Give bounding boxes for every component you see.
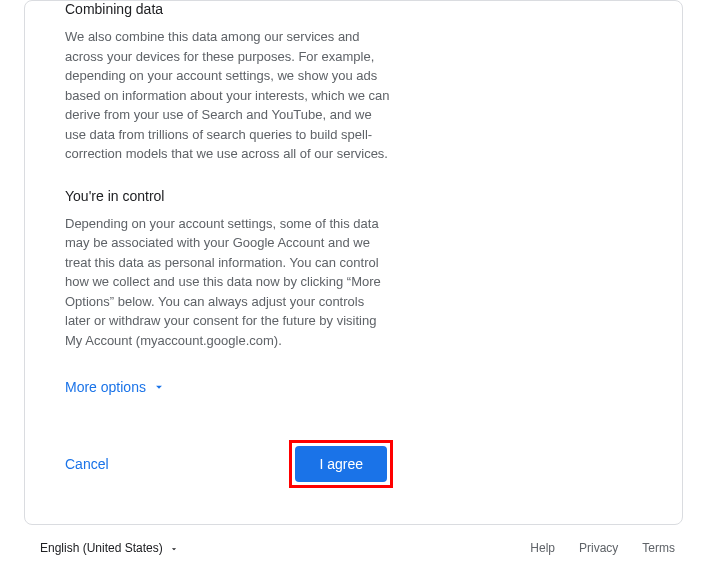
- more-options-label: More options: [65, 379, 146, 395]
- agree-highlight: I agree: [289, 440, 393, 488]
- combining-data-heading: Combining data: [65, 1, 393, 17]
- combining-data-paragraph: We also combine this data among our serv…: [65, 27, 393, 164]
- content-area: Combining data We also combine this data…: [65, 1, 393, 488]
- footer: English (United States) Help Privacy Ter…: [0, 525, 707, 555]
- cancel-button[interactable]: Cancel: [65, 456, 109, 472]
- language-label: English (United States): [40, 541, 163, 555]
- footer-links: Help Privacy Terms: [530, 541, 675, 555]
- help-link[interactable]: Help: [530, 541, 555, 555]
- more-options-toggle[interactable]: More options: [65, 379, 166, 395]
- language-selector[interactable]: English (United States): [40, 541, 179, 555]
- more-options-row: More options: [65, 378, 393, 396]
- agree-button[interactable]: I agree: [295, 446, 387, 482]
- in-control-heading: You're in control: [65, 188, 393, 204]
- signup-card: Combining data We also combine this data…: [24, 0, 683, 525]
- action-row: Cancel I agree: [65, 440, 393, 488]
- dropdown-triangle-icon: [169, 543, 179, 553]
- privacy-link[interactable]: Privacy: [579, 541, 618, 555]
- in-control-paragraph: Depending on your account settings, some…: [65, 214, 393, 351]
- chevron-down-icon: [152, 380, 166, 394]
- terms-link[interactable]: Terms: [642, 541, 675, 555]
